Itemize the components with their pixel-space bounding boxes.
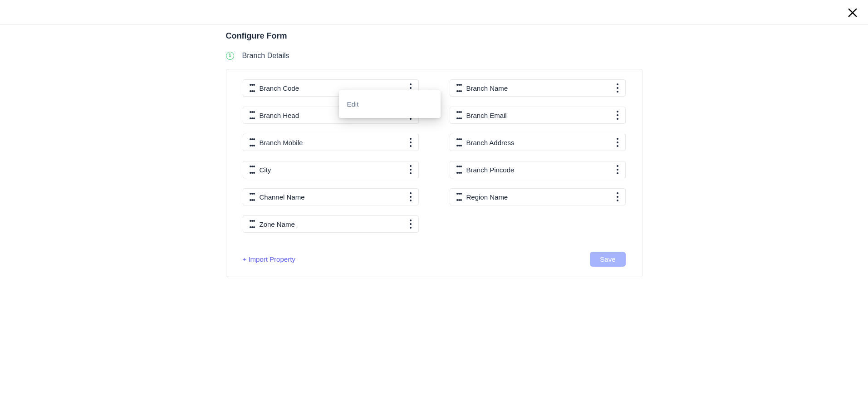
field-label: Branch Name (466, 84, 616, 92)
more-options-button[interactable] (409, 138, 412, 147)
field-branch-email[interactable]: Branch Email (450, 107, 626, 124)
drag-handle-icon[interactable] (250, 166, 255, 174)
drag-handle-icon[interactable] (456, 138, 462, 146)
field-label: City (260, 166, 409, 174)
close-icon (846, 6, 859, 19)
card-footer: + Import Property Save (243, 252, 626, 267)
drag-handle-icon[interactable] (456, 111, 462, 119)
more-options-button[interactable] (409, 220, 412, 229)
empty-cell (450, 215, 626, 233)
more-options-button[interactable] (616, 138, 619, 147)
drag-handle-icon[interactable] (456, 193, 462, 201)
save-button[interactable]: Save (590, 252, 625, 267)
field-branch-name[interactable]: Branch Name (450, 79, 626, 97)
field-zone-name[interactable]: Zone Name (243, 215, 419, 233)
topbar (0, 0, 868, 25)
close-button[interactable] (846, 6, 859, 19)
field-branch-address[interactable]: Branch Address (450, 134, 626, 151)
step-number: 1 (229, 54, 231, 58)
field-region-name[interactable]: Region Name (450, 188, 626, 205)
field-label: Branch Pincode (466, 166, 616, 174)
field-channel-name[interactable]: Channel Name (243, 188, 419, 205)
more-options-button[interactable] (616, 165, 619, 174)
field-label: Branch Email (466, 112, 616, 119)
field-label: Branch Address (466, 139, 616, 146)
main-content: Configure Form 1 Branch Details Branch C… (226, 25, 642, 277)
drag-handle-icon[interactable] (456, 84, 462, 92)
more-options-button[interactable] (409, 192, 412, 201)
context-menu: Edit (339, 90, 441, 118)
more-options-button[interactable] (616, 111, 619, 120)
page-title: Configure Form (226, 31, 642, 41)
field-label: Zone Name (260, 220, 409, 228)
more-options-button[interactable] (616, 83, 619, 93)
form-card: Branch Code Branch Name Branch Head Bran… (226, 69, 642, 277)
section-title: Branch Details (242, 52, 289, 60)
drag-handle-icon[interactable] (456, 166, 462, 174)
field-label: Branch Mobile (260, 139, 409, 146)
drag-handle-icon[interactable] (250, 138, 255, 146)
step-indicator: 1 (226, 52, 234, 60)
field-city[interactable]: City (243, 161, 419, 178)
field-branch-mobile[interactable]: Branch Mobile (243, 134, 419, 151)
field-branch-pincode[interactable]: Branch Pincode (450, 161, 626, 178)
more-options-button[interactable] (409, 165, 412, 174)
drag-handle-icon[interactable] (250, 111, 255, 119)
drag-handle-icon[interactable] (250, 193, 255, 201)
more-options-button[interactable] (616, 192, 619, 201)
drag-handle-icon[interactable] (250, 220, 255, 228)
section-header: 1 Branch Details (226, 52, 642, 60)
context-menu-edit[interactable]: Edit (339, 90, 441, 118)
drag-handle-icon[interactable] (250, 84, 255, 92)
import-property-link[interactable]: + Import Property (243, 255, 295, 263)
field-label: Channel Name (260, 193, 409, 201)
field-label: Region Name (466, 193, 616, 201)
